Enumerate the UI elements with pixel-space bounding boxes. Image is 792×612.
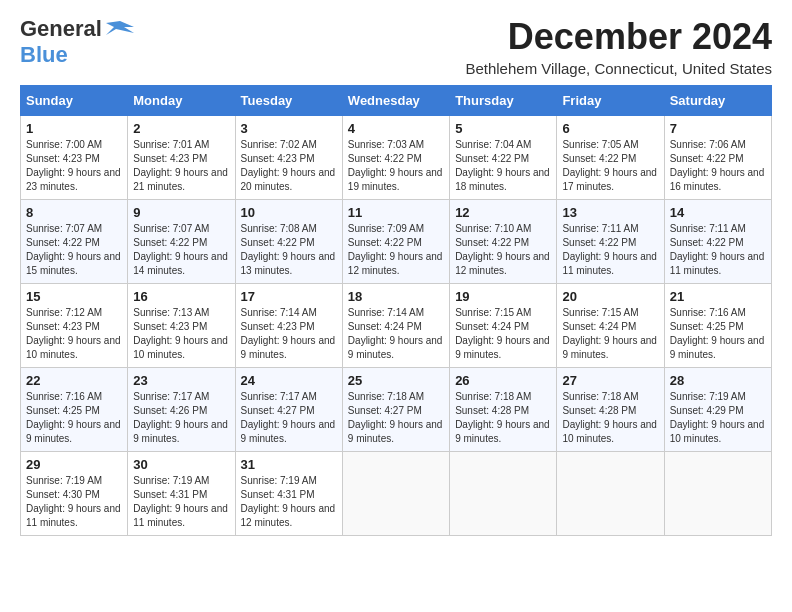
day-header-tuesday: Tuesday (235, 86, 342, 116)
cell-info: Sunrise: 7:02 AMSunset: 4:23 PMDaylight:… (241, 138, 337, 194)
cell-info: Sunrise: 7:04 AMSunset: 4:22 PMDaylight:… (455, 138, 551, 194)
day-number: 1 (26, 121, 122, 136)
logo-text-general: General (20, 16, 102, 42)
day-number: 2 (133, 121, 229, 136)
day-header-friday: Friday (557, 86, 664, 116)
calendar-cell: 16Sunrise: 7:13 AMSunset: 4:23 PMDayligh… (128, 284, 235, 368)
calendar-title: December 2024 (465, 16, 772, 58)
cell-info: Sunrise: 7:16 AMSunset: 4:25 PMDaylight:… (670, 306, 766, 362)
calendar-cell: 28Sunrise: 7:19 AMSunset: 4:29 PMDayligh… (664, 368, 771, 452)
calendar-cell: 13Sunrise: 7:11 AMSunset: 4:22 PMDayligh… (557, 200, 664, 284)
day-number: 10 (241, 205, 337, 220)
svg-marker-0 (106, 21, 134, 35)
calendar-cell: 6Sunrise: 7:05 AMSunset: 4:22 PMDaylight… (557, 116, 664, 200)
title-block: December 2024 Bethlehem Village, Connect… (465, 16, 772, 77)
calendar-cell: 15Sunrise: 7:12 AMSunset: 4:23 PMDayligh… (21, 284, 128, 368)
cell-info: Sunrise: 7:11 AMSunset: 4:22 PMDaylight:… (562, 222, 658, 278)
day-number: 7 (670, 121, 766, 136)
day-number: 31 (241, 457, 337, 472)
calendar-week-row: 22Sunrise: 7:16 AMSunset: 4:25 PMDayligh… (21, 368, 772, 452)
calendar-cell: 31Sunrise: 7:19 AMSunset: 4:31 PMDayligh… (235, 452, 342, 536)
day-number: 13 (562, 205, 658, 220)
day-number: 15 (26, 289, 122, 304)
calendar-cell: 24Sunrise: 7:17 AMSunset: 4:27 PMDayligh… (235, 368, 342, 452)
calendar-cell: 17Sunrise: 7:14 AMSunset: 4:23 PMDayligh… (235, 284, 342, 368)
cell-info: Sunrise: 7:08 AMSunset: 4:22 PMDaylight:… (241, 222, 337, 278)
cell-info: Sunrise: 7:15 AMSunset: 4:24 PMDaylight:… (562, 306, 658, 362)
calendar-subtitle: Bethlehem Village, Connecticut, United S… (465, 60, 772, 77)
cell-info: Sunrise: 7:11 AMSunset: 4:22 PMDaylight:… (670, 222, 766, 278)
calendar-cell: 22Sunrise: 7:16 AMSunset: 4:25 PMDayligh… (21, 368, 128, 452)
cell-info: Sunrise: 7:18 AMSunset: 4:28 PMDaylight:… (455, 390, 551, 446)
day-number: 21 (670, 289, 766, 304)
calendar-cell: 10Sunrise: 7:08 AMSunset: 4:22 PMDayligh… (235, 200, 342, 284)
day-number: 22 (26, 373, 122, 388)
cell-info: Sunrise: 7:15 AMSunset: 4:24 PMDaylight:… (455, 306, 551, 362)
day-number: 6 (562, 121, 658, 136)
cell-info: Sunrise: 7:14 AMSunset: 4:23 PMDaylight:… (241, 306, 337, 362)
calendar-table: SundayMondayTuesdayWednesdayThursdayFrid… (20, 85, 772, 536)
day-number: 12 (455, 205, 551, 220)
day-number: 17 (241, 289, 337, 304)
calendar-week-row: 1Sunrise: 7:00 AMSunset: 4:23 PMDaylight… (21, 116, 772, 200)
day-number: 27 (562, 373, 658, 388)
day-number: 29 (26, 457, 122, 472)
day-number: 5 (455, 121, 551, 136)
calendar-cell: 18Sunrise: 7:14 AMSunset: 4:24 PMDayligh… (342, 284, 449, 368)
cell-info: Sunrise: 7:17 AMSunset: 4:26 PMDaylight:… (133, 390, 229, 446)
calendar-cell: 26Sunrise: 7:18 AMSunset: 4:28 PMDayligh… (450, 368, 557, 452)
cell-info: Sunrise: 7:09 AMSunset: 4:22 PMDaylight:… (348, 222, 444, 278)
calendar-cell (664, 452, 771, 536)
cell-info: Sunrise: 7:19 AMSunset: 4:31 PMDaylight:… (241, 474, 337, 530)
logo-bird-icon (106, 19, 134, 39)
cell-info: Sunrise: 7:18 AMSunset: 4:27 PMDaylight:… (348, 390, 444, 446)
calendar-cell: 8Sunrise: 7:07 AMSunset: 4:22 PMDaylight… (21, 200, 128, 284)
cell-info: Sunrise: 7:19 AMSunset: 4:30 PMDaylight:… (26, 474, 122, 530)
logo-text-blue: Blue (20, 42, 68, 67)
day-number: 26 (455, 373, 551, 388)
calendar-cell (342, 452, 449, 536)
calendar-cell: 9Sunrise: 7:07 AMSunset: 4:22 PMDaylight… (128, 200, 235, 284)
day-number: 16 (133, 289, 229, 304)
day-number: 9 (133, 205, 229, 220)
day-number: 11 (348, 205, 444, 220)
calendar-cell (450, 452, 557, 536)
calendar-cell: 7Sunrise: 7:06 AMSunset: 4:22 PMDaylight… (664, 116, 771, 200)
calendar-week-row: 15Sunrise: 7:12 AMSunset: 4:23 PMDayligh… (21, 284, 772, 368)
cell-info: Sunrise: 7:18 AMSunset: 4:28 PMDaylight:… (562, 390, 658, 446)
cell-info: Sunrise: 7:14 AMSunset: 4:24 PMDaylight:… (348, 306, 444, 362)
cell-info: Sunrise: 7:16 AMSunset: 4:25 PMDaylight:… (26, 390, 122, 446)
cell-info: Sunrise: 7:19 AMSunset: 4:31 PMDaylight:… (133, 474, 229, 530)
cell-info: Sunrise: 7:01 AMSunset: 4:23 PMDaylight:… (133, 138, 229, 194)
calendar-cell: 20Sunrise: 7:15 AMSunset: 4:24 PMDayligh… (557, 284, 664, 368)
cell-info: Sunrise: 7:03 AMSunset: 4:22 PMDaylight:… (348, 138, 444, 194)
day-number: 25 (348, 373, 444, 388)
day-number: 24 (241, 373, 337, 388)
header: General Blue December 2024 Bethlehem Vil… (20, 16, 772, 77)
day-number: 4 (348, 121, 444, 136)
calendar-cell: 21Sunrise: 7:16 AMSunset: 4:25 PMDayligh… (664, 284, 771, 368)
calendar-cell: 11Sunrise: 7:09 AMSunset: 4:22 PMDayligh… (342, 200, 449, 284)
calendar-cell: 25Sunrise: 7:18 AMSunset: 4:27 PMDayligh… (342, 368, 449, 452)
day-number: 18 (348, 289, 444, 304)
calendar-cell: 4Sunrise: 7:03 AMSunset: 4:22 PMDaylight… (342, 116, 449, 200)
day-header-wednesday: Wednesday (342, 86, 449, 116)
day-number: 28 (670, 373, 766, 388)
day-number: 20 (562, 289, 658, 304)
calendar-cell: 23Sunrise: 7:17 AMSunset: 4:26 PMDayligh… (128, 368, 235, 452)
calendar-cell (557, 452, 664, 536)
calendar-week-row: 29Sunrise: 7:19 AMSunset: 4:30 PMDayligh… (21, 452, 772, 536)
calendar-cell: 19Sunrise: 7:15 AMSunset: 4:24 PMDayligh… (450, 284, 557, 368)
cell-info: Sunrise: 7:00 AMSunset: 4:23 PMDaylight:… (26, 138, 122, 194)
logo: General Blue (20, 16, 134, 68)
calendar-cell: 29Sunrise: 7:19 AMSunset: 4:30 PMDayligh… (21, 452, 128, 536)
calendar-cell: 5Sunrise: 7:04 AMSunset: 4:22 PMDaylight… (450, 116, 557, 200)
cell-info: Sunrise: 7:17 AMSunset: 4:27 PMDaylight:… (241, 390, 337, 446)
calendar-week-row: 8Sunrise: 7:07 AMSunset: 4:22 PMDaylight… (21, 200, 772, 284)
calendar-header-row: SundayMondayTuesdayWednesdayThursdayFrid… (21, 86, 772, 116)
day-header-saturday: Saturday (664, 86, 771, 116)
day-number: 8 (26, 205, 122, 220)
day-number: 14 (670, 205, 766, 220)
cell-info: Sunrise: 7:19 AMSunset: 4:29 PMDaylight:… (670, 390, 766, 446)
day-header-thursday: Thursday (450, 86, 557, 116)
